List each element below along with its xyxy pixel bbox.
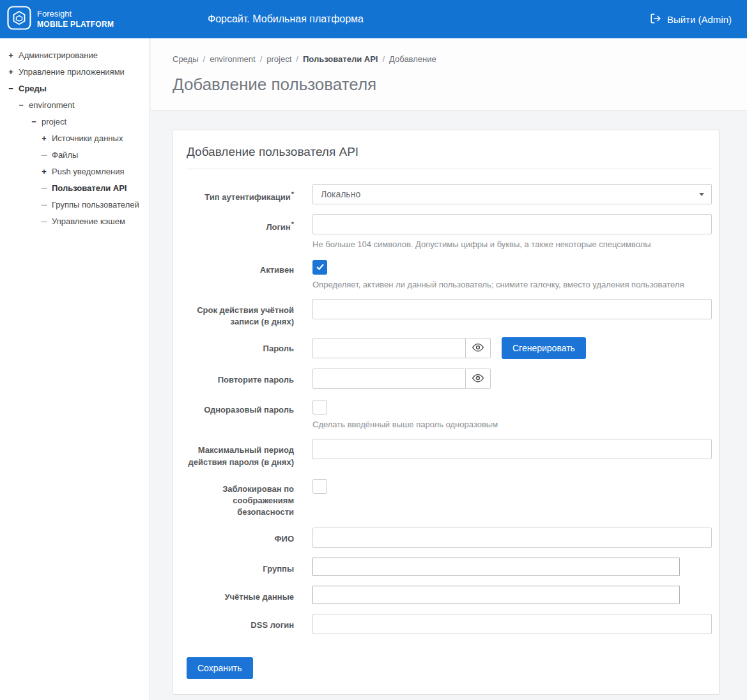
- logout-label: Выйти (Admin): [667, 14, 732, 25]
- eye-icon: [472, 372, 484, 386]
- expand-icon[interactable]: +: [40, 133, 49, 143]
- sidebar-item-user-groups[interactable]: ─ Группы пользователей: [0, 196, 150, 213]
- app-title: Форсайт. Мобильная платформа: [208, 0, 364, 38]
- groups-input[interactable]: [312, 558, 680, 576]
- one-time-password-checkbox[interactable]: [312, 400, 327, 415]
- field-row-dss-login: DSS логин: [187, 614, 712, 634]
- groups-label: Группы: [187, 558, 294, 576]
- eye-icon: [472, 342, 484, 355]
- collapse-icon[interactable]: −: [6, 84, 15, 93]
- one-time-password-help-text: Сделать введённый выше пароль одноразовы…: [312, 420, 712, 429]
- breadcrumb-separator: /: [260, 54, 263, 64]
- sidebar-item-environment[interactable]: − environment: [0, 96, 150, 113]
- leaf-dash-icon: ─: [40, 150, 49, 160]
- credentials-input[interactable]: [312, 586, 680, 604]
- credentials-label: Учётные данные: [187, 586, 294, 604]
- password-label: Пароль: [187, 337, 294, 359]
- leaf-dash-icon: ─: [40, 183, 49, 193]
- active-help-text: Определяет, активен ли данный пользовате…: [312, 280, 712, 289]
- active-label: Активен: [187, 259, 294, 289]
- expand-icon[interactable]: +: [40, 167, 49, 176]
- sidebar-item-project[interactable]: − project: [0, 113, 150, 130]
- breadcrumb-api-users[interactable]: Пользователи API: [303, 54, 378, 64]
- expand-icon[interactable]: +: [6, 50, 15, 60]
- auth-type-selected-value: Локально: [321, 189, 360, 199]
- account-expiry-label: Срок действия учётной записи (в днях): [187, 299, 294, 328]
- sidebar-item-files[interactable]: ─ Файлы: [0, 146, 150, 163]
- breadcrumb-separator: /: [296, 54, 298, 64]
- checkmark-icon: [316, 262, 325, 273]
- max-password-period-label: Максимальный период действия пароля (в д…: [187, 439, 294, 468]
- logout-icon: [650, 13, 661, 26]
- collapse-icon[interactable]: −: [17, 100, 26, 110]
- foresight-logo-icon: [7, 6, 31, 33]
- active-checkbox[interactable]: [312, 260, 327, 275]
- password-input[interactable]: [312, 338, 466, 358]
- card-title: Добавление пользователя API: [187, 145, 712, 169]
- expand-icon[interactable]: +: [6, 67, 15, 77]
- leaf-dash-icon: ─: [40, 217, 49, 226]
- logo-line2: MOBILE PLATFORM: [37, 20, 114, 29]
- one-time-password-label: Одноразовый пароль: [187, 399, 294, 429]
- field-row-password: Пароль Сгенерировать: [187, 337, 712, 359]
- full-name-input[interactable]: [312, 528, 712, 548]
- breadcrumb-environments[interactable]: Среды: [173, 54, 199, 64]
- repeat-password-visibility-button[interactable]: [466, 369, 491, 389]
- logo-text: Foresight MOBILE PLATFORM: [37, 9, 114, 29]
- breadcrumb-separator: /: [203, 54, 206, 64]
- breadcrumb-separator: /: [382, 54, 385, 64]
- max-password-period-input[interactable]: [312, 439, 712, 459]
- security-blocked-checkbox[interactable]: [312, 479, 327, 494]
- add-api-user-card: Добавление пользователя API Тип аутентиф…: [173, 130, 720, 695]
- login-input[interactable]: [312, 214, 712, 234]
- logout-button[interactable]: Выйти (Admin): [635, 0, 747, 38]
- field-row-security-blocked: Заблокирован по соображениям безопасност…: [187, 478, 712, 519]
- field-row-max-password-period: Максимальный период действия пароля (в д…: [187, 439, 712, 468]
- field-row-active: Активен Определяет, активен ли данный по…: [187, 259, 712, 289]
- app-logo[interactable]: Foresight MOBILE PLATFORM: [0, 6, 114, 33]
- page-title: Добавление пользователя: [173, 75, 747, 95]
- security-blocked-label: Заблокирован по соображениям безопасност…: [187, 478, 294, 519]
- field-row-auth-type: Тип аутентификации* Локально: [187, 184, 712, 204]
- required-mark: *: [291, 220, 294, 228]
- sidebar-item-administration[interactable]: + Администрирование: [0, 47, 150, 63]
- field-row-credentials: Учётные данные: [187, 586, 712, 604]
- breadcrumb-current: Добавление: [389, 54, 436, 64]
- auth-type-select[interactable]: Локально: [312, 184, 712, 204]
- sidebar-tree: + Администрирование + Управление приложе…: [0, 38, 150, 700]
- field-row-login: Логин* Не больше 104 символов. Допустимы…: [187, 214, 712, 249]
- repeat-password-input[interactable]: [312, 369, 466, 389]
- save-button[interactable]: Сохранить: [187, 657, 253, 679]
- auth-type-label: Тип аутентификации*: [187, 184, 294, 204]
- breadcrumb: Среды/environment/project/Пользователи A…: [173, 54, 747, 64]
- top-header: Foresight MOBILE PLATFORM Форсайт. Мобил…: [0, 0, 747, 38]
- login-help-text: Не больше 104 символов. Допустимы цифры …: [312, 240, 712, 249]
- dss-login-label: DSS логин: [187, 614, 294, 634]
- main-content: Добавление пользователя API Тип аутентиф…: [151, 111, 747, 700]
- field-row-one-time-password: Одноразовый пароль Сделать введённый выш…: [187, 399, 712, 429]
- password-visibility-button[interactable]: [466, 338, 491, 358]
- sidebar-item-environments[interactable]: − Среды: [0, 80, 150, 96]
- account-expiry-input[interactable]: [312, 299, 712, 319]
- sidebar-item-cache-management[interactable]: ─ Управление кэшем: [0, 213, 150, 229]
- login-label: Логин*: [187, 214, 294, 249]
- repeat-password-label: Повторите пароль: [187, 369, 294, 389]
- breadcrumb-environment[interactable]: environment: [210, 54, 256, 64]
- chevron-down-icon: [699, 193, 704, 196]
- sidebar-item-push-notifications[interactable]: + Push уведомления: [0, 163, 150, 179]
- page-head: Среды/environment/project/Пользователи A…: [151, 38, 747, 110]
- full-name-label: ФИО: [187, 528, 294, 548]
- logo-line1: Foresight: [37, 9, 114, 19]
- dss-login-input[interactable]: [312, 614, 712, 634]
- field-row-groups: Группы: [187, 558, 712, 576]
- generate-password-button[interactable]: Сгенерировать: [502, 337, 586, 359]
- sidebar-item-data-sources[interactable]: + Источники данных: [0, 130, 150, 146]
- field-row-account-expiry: Срок действия учётной записи (в днях): [187, 299, 712, 328]
- collapse-icon[interactable]: −: [29, 117, 38, 126]
- breadcrumb-project[interactable]: project: [266, 54, 291, 64]
- required-mark: *: [291, 190, 294, 198]
- leaf-dash-icon: ─: [40, 200, 49, 209]
- sidebar-item-app-management[interactable]: + Управление приложениями: [0, 63, 150, 80]
- field-row-repeat-password: Повторите пароль: [187, 369, 712, 389]
- sidebar-item-api-users[interactable]: ─ Пользователи API: [0, 179, 150, 196]
